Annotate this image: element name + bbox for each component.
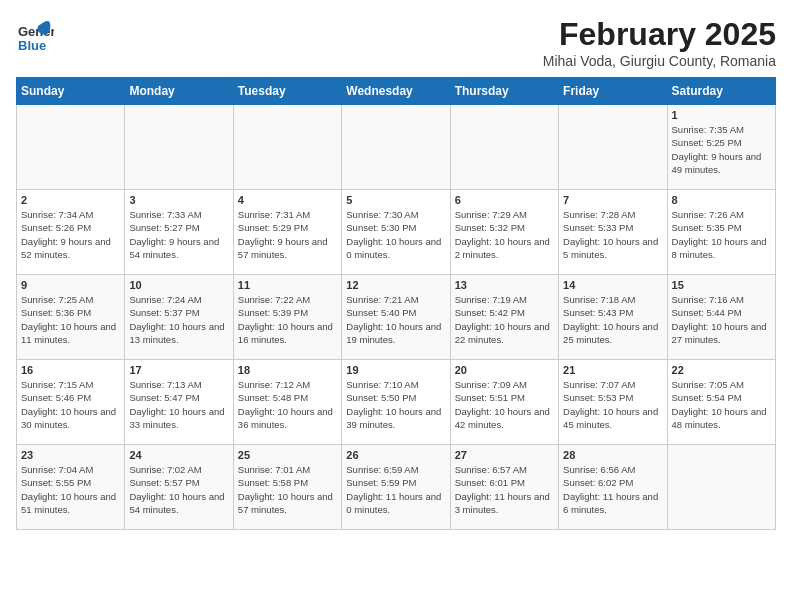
calendar-day-cell: 28Sunrise: 6:56 AM Sunset: 6:02 PM Dayli… [559,445,667,530]
calendar-day-cell: 4Sunrise: 7:31 AM Sunset: 5:29 PM Daylig… [233,190,341,275]
day-number: 15 [672,279,771,291]
day-info: Sunrise: 6:56 AM Sunset: 6:02 PM Dayligh… [563,463,662,516]
calendar-day-cell [125,105,233,190]
day-info: Sunrise: 7:13 AM Sunset: 5:47 PM Dayligh… [129,378,228,431]
calendar-day-cell: 20Sunrise: 7:09 AM Sunset: 5:51 PM Dayli… [450,360,558,445]
calendar-day-cell: 22Sunrise: 7:05 AM Sunset: 5:54 PM Dayli… [667,360,775,445]
day-number: 19 [346,364,445,376]
day-number: 18 [238,364,337,376]
calendar-day-cell: 16Sunrise: 7:15 AM Sunset: 5:46 PM Dayli… [17,360,125,445]
day-info: Sunrise: 7:34 AM Sunset: 5:26 PM Dayligh… [21,208,120,261]
calendar-week-row: 2Sunrise: 7:34 AM Sunset: 5:26 PM Daylig… [17,190,776,275]
calendar-day-cell: 10Sunrise: 7:24 AM Sunset: 5:37 PM Dayli… [125,275,233,360]
day-info: Sunrise: 7:24 AM Sunset: 5:37 PM Dayligh… [129,293,228,346]
day-info: Sunrise: 7:28 AM Sunset: 5:33 PM Dayligh… [563,208,662,261]
day-info: Sunrise: 7:33 AM Sunset: 5:27 PM Dayligh… [129,208,228,261]
svg-text:Blue: Blue [18,38,46,53]
calendar-day-cell: 14Sunrise: 7:18 AM Sunset: 5:43 PM Dayli… [559,275,667,360]
weekday-header-cell: Friday [559,78,667,105]
calendar-day-cell: 11Sunrise: 7:22 AM Sunset: 5:39 PM Dayli… [233,275,341,360]
day-info: Sunrise: 7:31 AM Sunset: 5:29 PM Dayligh… [238,208,337,261]
calendar-day-cell: 19Sunrise: 7:10 AM Sunset: 5:50 PM Dayli… [342,360,450,445]
day-number: 4 [238,194,337,206]
calendar-day-cell [233,105,341,190]
day-info: Sunrise: 7:19 AM Sunset: 5:42 PM Dayligh… [455,293,554,346]
calendar-day-cell: 6Sunrise: 7:29 AM Sunset: 5:32 PM Daylig… [450,190,558,275]
day-number: 14 [563,279,662,291]
day-info: Sunrise: 7:02 AM Sunset: 5:57 PM Dayligh… [129,463,228,516]
calendar-day-cell: 9Sunrise: 7:25 AM Sunset: 5:36 PM Daylig… [17,275,125,360]
weekday-header-cell: Thursday [450,78,558,105]
calendar-week-row: 9Sunrise: 7:25 AM Sunset: 5:36 PM Daylig… [17,275,776,360]
day-number: 25 [238,449,337,461]
calendar-day-cell: 17Sunrise: 7:13 AM Sunset: 5:47 PM Dayli… [125,360,233,445]
day-number: 3 [129,194,228,206]
day-info: Sunrise: 7:16 AM Sunset: 5:44 PM Dayligh… [672,293,771,346]
day-number: 9 [21,279,120,291]
page-header: General Blue February 2025 Mihai Voda, G… [16,16,776,69]
day-number: 2 [21,194,120,206]
day-info: Sunrise: 7:12 AM Sunset: 5:48 PM Dayligh… [238,378,337,431]
location-subtitle: Mihai Voda, Giurgiu County, Romania [543,53,776,69]
month-title: February 2025 [543,16,776,53]
calendar-day-cell: 21Sunrise: 7:07 AM Sunset: 5:53 PM Dayli… [559,360,667,445]
day-info: Sunrise: 7:01 AM Sunset: 5:58 PM Dayligh… [238,463,337,516]
calendar-day-cell [17,105,125,190]
day-number: 1 [672,109,771,121]
calendar-table: SundayMondayTuesdayWednesdayThursdayFrid… [16,77,776,530]
calendar-day-cell [450,105,558,190]
day-number: 8 [672,194,771,206]
title-block: February 2025 Mihai Voda, Giurgiu County… [543,16,776,69]
logo-icon: General Blue [16,16,54,54]
calendar-day-cell: 27Sunrise: 6:57 AM Sunset: 6:01 PM Dayli… [450,445,558,530]
day-info: Sunrise: 7:18 AM Sunset: 5:43 PM Dayligh… [563,293,662,346]
day-number: 11 [238,279,337,291]
day-info: Sunrise: 7:35 AM Sunset: 5:25 PM Dayligh… [672,123,771,176]
day-info: Sunrise: 7:21 AM Sunset: 5:40 PM Dayligh… [346,293,445,346]
day-info: Sunrise: 7:10 AM Sunset: 5:50 PM Dayligh… [346,378,445,431]
day-number: 26 [346,449,445,461]
day-number: 24 [129,449,228,461]
calendar-day-cell: 13Sunrise: 7:19 AM Sunset: 5:42 PM Dayli… [450,275,558,360]
calendar-week-row: 23Sunrise: 7:04 AM Sunset: 5:55 PM Dayli… [17,445,776,530]
day-info: Sunrise: 7:26 AM Sunset: 5:35 PM Dayligh… [672,208,771,261]
day-info: Sunrise: 6:59 AM Sunset: 5:59 PM Dayligh… [346,463,445,516]
day-number: 28 [563,449,662,461]
day-number: 10 [129,279,228,291]
calendar-body: 1Sunrise: 7:35 AM Sunset: 5:25 PM Daylig… [17,105,776,530]
calendar-day-cell: 23Sunrise: 7:04 AM Sunset: 5:55 PM Dayli… [17,445,125,530]
day-number: 20 [455,364,554,376]
weekday-header-cell: Monday [125,78,233,105]
day-number: 27 [455,449,554,461]
day-info: Sunrise: 7:07 AM Sunset: 5:53 PM Dayligh… [563,378,662,431]
day-number: 22 [672,364,771,376]
calendar-day-cell: 3Sunrise: 7:33 AM Sunset: 5:27 PM Daylig… [125,190,233,275]
calendar-day-cell: 8Sunrise: 7:26 AM Sunset: 5:35 PM Daylig… [667,190,775,275]
day-number: 16 [21,364,120,376]
calendar-week-row: 1Sunrise: 7:35 AM Sunset: 5:25 PM Daylig… [17,105,776,190]
day-info: Sunrise: 7:15 AM Sunset: 5:46 PM Dayligh… [21,378,120,431]
calendar-week-row: 16Sunrise: 7:15 AM Sunset: 5:46 PM Dayli… [17,360,776,445]
day-number: 5 [346,194,445,206]
day-number: 21 [563,364,662,376]
calendar-day-cell: 24Sunrise: 7:02 AM Sunset: 5:57 PM Dayli… [125,445,233,530]
day-number: 17 [129,364,228,376]
day-info: Sunrise: 7:30 AM Sunset: 5:30 PM Dayligh… [346,208,445,261]
day-info: Sunrise: 6:57 AM Sunset: 6:01 PM Dayligh… [455,463,554,516]
calendar-day-cell [667,445,775,530]
calendar-day-cell [559,105,667,190]
day-info: Sunrise: 7:04 AM Sunset: 5:55 PM Dayligh… [21,463,120,516]
weekday-header-cell: Sunday [17,78,125,105]
calendar-day-cell: 26Sunrise: 6:59 AM Sunset: 5:59 PM Dayli… [342,445,450,530]
calendar-day-cell: 2Sunrise: 7:34 AM Sunset: 5:26 PM Daylig… [17,190,125,275]
day-info: Sunrise: 7:29 AM Sunset: 5:32 PM Dayligh… [455,208,554,261]
weekday-header-cell: Tuesday [233,78,341,105]
day-number: 7 [563,194,662,206]
calendar-day-cell [342,105,450,190]
calendar-day-cell: 7Sunrise: 7:28 AM Sunset: 5:33 PM Daylig… [559,190,667,275]
day-info: Sunrise: 7:22 AM Sunset: 5:39 PM Dayligh… [238,293,337,346]
day-number: 23 [21,449,120,461]
day-info: Sunrise: 7:25 AM Sunset: 5:36 PM Dayligh… [21,293,120,346]
calendar-day-cell: 25Sunrise: 7:01 AM Sunset: 5:58 PM Dayli… [233,445,341,530]
calendar-day-cell: 5Sunrise: 7:30 AM Sunset: 5:30 PM Daylig… [342,190,450,275]
